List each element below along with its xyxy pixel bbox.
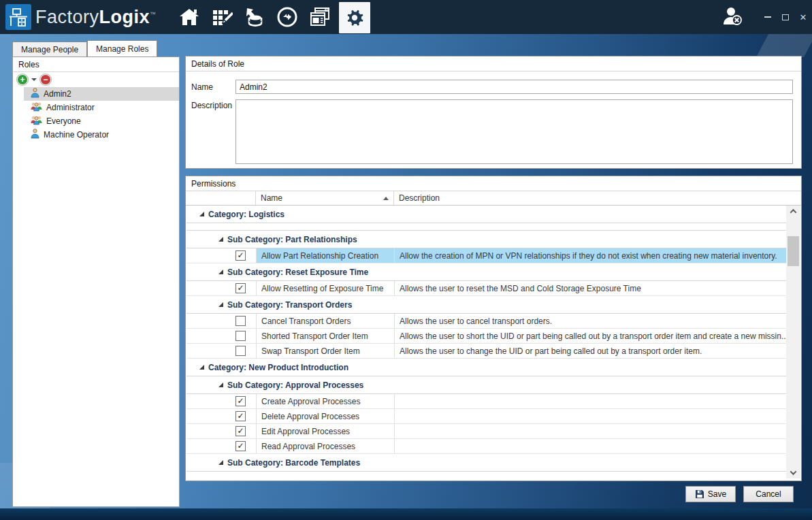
permission-checkbox[interactable] (236, 346, 246, 356)
expander-collapse-icon[interactable] (199, 212, 204, 216)
permission-description (395, 439, 786, 453)
person-icon (31, 129, 39, 141)
permission-row[interactable]: Swap Transport Order ItemAllows the user… (186, 344, 786, 359)
vertical-scrollbar[interactable] (786, 206, 800, 478)
permission-checkbox-cell (186, 344, 257, 358)
scroll-down-button[interactable] (786, 467, 800, 478)
nav-gear-icon[interactable] (339, 2, 370, 33)
name-column-header[interactable]: Name (256, 191, 394, 205)
permission-name: Edit Approval Processes (257, 424, 395, 438)
factorylogix-logo-icon (5, 4, 31, 30)
permission-group-row-clipped[interactable]: Sub Category: (186, 223, 786, 231)
permission-checkbox[interactable] (236, 331, 246, 341)
maximize-button[interactable] (777, 0, 794, 34)
expander-collapse-icon[interactable] (218, 270, 223, 274)
role-item-admin2[interactable]: Admin2 (24, 87, 179, 101)
logout-user-icon[interactable] (721, 5, 744, 29)
permission-description: Allows the user to cancel transport orde… (395, 314, 786, 328)
role-item-everyone[interactable]: Everyone (24, 114, 179, 128)
permission-row[interactable]: ✓Create Approval Processes (186, 394, 786, 409)
nav-grid-pencil-icon[interactable] (208, 1, 236, 33)
permission-checkbox[interactable]: ✓ (236, 250, 246, 261)
add-role-dropdown-icon[interactable] (31, 78, 37, 81)
permission-row[interactable]: ✓Allow Part Relationship CreationAllow t… (186, 248, 786, 263)
expander-collapse-icon[interactable] (218, 237, 223, 242)
permission-row[interactable]: ✓Edit Approval Processes (186, 424, 786, 439)
sort-ascending-icon (383, 197, 389, 200)
role-description-input[interactable] (236, 99, 793, 164)
permission-name: Create Approval Processes (257, 394, 395, 408)
roles-panel-title: Roles (13, 57, 179, 72)
name-label: Name (191, 82, 213, 92)
tab-manage-people[interactable]: Manage People (12, 42, 87, 56)
scrollbar-track[interactable] (786, 217, 800, 467)
window-body: Manage PeopleManage Roles Roles + − Admi… (0, 34, 812, 508)
maximize-icon (782, 14, 789, 20)
permission-subcategory-row[interactable]: Sub Category: Reset Exposure Time (186, 263, 786, 281)
permission-category-row[interactable]: Category: New Product Introduction (186, 359, 786, 376)
nav-home-icon[interactable] (176, 1, 203, 33)
roles-toolbar: + − (13, 72, 179, 87)
permissions-panel-title: Permissions (186, 176, 801, 191)
expander-collapse-icon[interactable] (218, 383, 223, 387)
expander-collapse-icon[interactable] (218, 302, 223, 307)
group-icon (31, 101, 42, 114)
main-nav (173, 0, 373, 34)
checkbox-column-header[interactable] (186, 191, 256, 205)
permission-subcategory-row[interactable]: Sub Category: Transport Orders (186, 296, 786, 314)
permission-subcategory-row[interactable]: Sub Category: Approval Processes (186, 376, 786, 394)
save-icon (695, 489, 704, 499)
permissions-grid-header: Name Description (186, 191, 801, 206)
role-item-machine-operator[interactable]: Machine Operator (24, 128, 179, 142)
permission-checkbox[interactable]: ✓ (236, 411, 246, 421)
scrollbar-thumb[interactable] (787, 236, 799, 266)
details-panel: Details of Role Name Description (185, 56, 802, 169)
expander-collapse-icon[interactable] (199, 365, 204, 370)
permission-checkbox-cell: ✓ (186, 439, 257, 453)
permissions-panel: Permissions Name Description Category: L… (185, 176, 802, 481)
permission-name: Allow Part Relationship Creation (257, 248, 395, 263)
permission-description: Allows the user to short the UID or part… (395, 329, 786, 343)
role-item-label: Machine Operator (44, 130, 109, 140)
role-item-administrator[interactable]: Administrator (24, 101, 179, 114)
permission-subcategory-row[interactable]: Sub Category: Part Relationships (186, 231, 786, 248)
permission-description (395, 394, 786, 408)
permission-row[interactable]: Shorted Transport Order ItemAllows the u… (186, 329, 786, 344)
permissions-rows-viewport: Category: LogisticsSub Category:Sub Cate… (186, 206, 786, 478)
permission-checkbox-cell: ✓ (186, 409, 257, 423)
scroll-up-button[interactable] (786, 206, 800, 217)
close-button[interactable]: ✕ (794, 0, 812, 34)
remove-role-button[interactable]: − (40, 74, 51, 85)
role-item-label: Administrator (46, 103, 95, 112)
expander-collapse-icon[interactable] (218, 460, 223, 465)
permission-description: Allows the user to reset the MSD and Col… (395, 281, 786, 295)
permission-name: Delete Approval Processes (257, 409, 395, 423)
nav-sync-icon[interactable] (274, 1, 301, 33)
permission-row[interactable]: ✓Read Approval Processes (186, 439, 786, 454)
minimize-button[interactable] (759, 0, 777, 34)
permission-row[interactable]: ✓Delete Approval Processes (186, 409, 786, 424)
save-button[interactable]: Save (685, 486, 736, 502)
permission-checkbox[interactable]: ✓ (236, 283, 246, 293)
permission-subcategory-row[interactable]: Sub Category: Barcode Templates (186, 454, 786, 472)
description-column-header[interactable]: Description (394, 191, 801, 205)
permission-checkbox[interactable]: ✓ (236, 426, 246, 436)
permission-checkbox-cell: ✓ (186, 281, 257, 295)
permission-checkbox[interactable]: ✓ (236, 396, 246, 406)
window-bottom-edge (0, 508, 812, 520)
app-window: FactoryLogix™ ✕ Manage PeopleManage Role… (0, 0, 812, 520)
permission-row[interactable]: ✓Allow Resetting of Exposure TimeAllows … (186, 281, 786, 296)
tab-manage-roles[interactable]: Manage Roles (87, 40, 157, 56)
nav-reports-icon[interactable] (306, 1, 334, 33)
nav-database-import-icon[interactable] (241, 1, 268, 33)
details-panel-title: Details of Role (186, 56, 801, 71)
permission-checkbox[interactable]: ✓ (236, 441, 246, 451)
permission-name: Allow Resetting of Exposure Time (257, 281, 395, 295)
chevron-down-icon (790, 468, 797, 475)
permission-checkbox[interactable] (236, 316, 246, 326)
add-role-button[interactable]: + (17, 74, 28, 85)
permission-category-row[interactable]: Category: Logistics (186, 206, 786, 223)
permission-row[interactable]: Cancel Transport OrdersAllows the user t… (186, 314, 786, 329)
role-name-input[interactable] (236, 80, 793, 94)
cancel-button[interactable]: Cancel (743, 486, 794, 502)
